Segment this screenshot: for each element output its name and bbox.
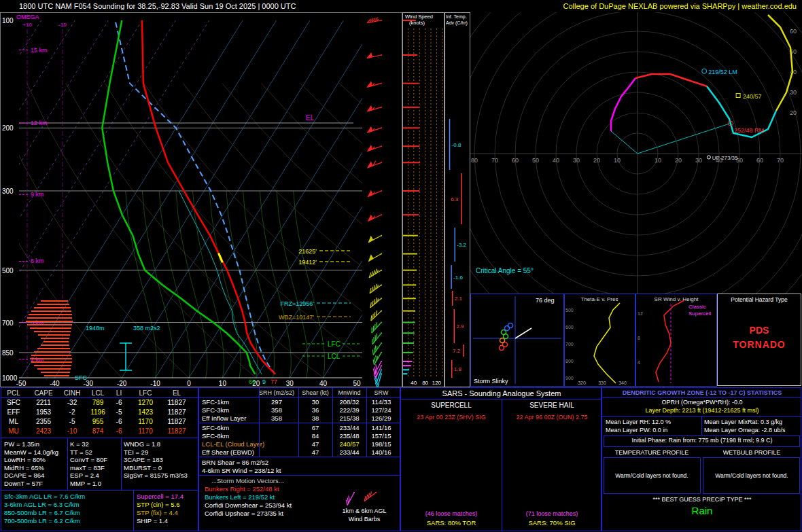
critical-angle-label: Critical Angle = 55° [476, 267, 534, 274]
thermo-cell-mu-lfc: 1170 [138, 427, 153, 435]
sfc-temp-f: 77 [271, 378, 277, 385]
hazard-title: Potential Hazard Type [718, 296, 801, 303]
thermo-cell-mu-lcl: 874 [92, 427, 104, 435]
line [372, 349, 373, 355]
line [377, 383, 379, 385]
sars-supercell-match: 23 Apr 00 23Z (SHV) SIG [417, 414, 486, 421]
divider [502, 399, 502, 531]
thermo-index: TT = 52 [70, 448, 92, 456]
v-axis-label: 60 [790, 28, 797, 35]
kinematics-srh: 358 [271, 406, 282, 414]
wind-barb [368, 161, 382, 168]
thermo-cell-mu-name: MU [8, 427, 19, 435]
skewt-grid [0, 19, 402, 385]
kinematics-mnwind: 222/39 [339, 406, 359, 414]
height-tick: 15 km [31, 47, 48, 54]
wind-barb [346, 492, 355, 506]
wind-barb [368, 190, 382, 196]
kinematics-shear: 47 [312, 440, 319, 448]
thermo-index: maxT = 83F [70, 464, 105, 472]
line [377, 356, 378, 359]
line [375, 346, 376, 351]
thermo-index: MBURST = 0 [124, 464, 162, 472]
sars-hail-match: 22 Apr 96 00Z (OUN) 2.75 [516, 414, 587, 421]
divider [366, 388, 367, 457]
circle [381, 369, 382, 370]
composite-index: SHIP = 1.4 [137, 517, 168, 525]
thermo-cell-ml-li: -6 [116, 418, 122, 425]
divider [259, 388, 260, 457]
line [369, 270, 381, 278]
kinematics-srh: 358 [271, 414, 282, 422]
storm-motion-vector: Bunkers Left = 219/52 kt [205, 493, 275, 501]
thetae-y-tick: 800 [565, 359, 574, 363]
hodograph-panel: 1010202030304040505060607070802030405060… [470, 12, 802, 294]
hodo-ring [470, 12, 802, 294]
thermo-cell-eff-lcl: 1196 [90, 408, 105, 416]
lcl-label: LCL [328, 353, 341, 360]
ring-label: 50 [532, 157, 539, 164]
circle [381, 20, 382, 21]
thermo-index: K = 32 [70, 440, 89, 448]
isotherm [0, 19, 9, 383]
thetae-x-tick: 330 [598, 380, 606, 385]
circle [381, 298, 382, 299]
kinematics-srw: 141/16 [371, 424, 391, 431]
circle [381, 270, 382, 271]
dgz-bottom-label: 19412' [298, 259, 317, 266]
sars-hail-loose: (71 loose matches) [526, 510, 578, 517]
slinky-dot [508, 323, 513, 328]
slinky-dot [500, 338, 505, 343]
thermo-cell-eff-cinh: -2 [69, 408, 75, 416]
ring-label: 40 [553, 157, 559, 164]
dry-adiabat [300, 84, 402, 385]
slinky-vector [515, 328, 531, 338]
wetbulb-zero-label: WBZ=10147' [279, 314, 314, 321]
temp-profile-text: Warm/Cold layers not found. [615, 472, 688, 479]
pressure-tick: 300 [2, 188, 14, 195]
circle [381, 361, 382, 362]
hodograph-trace [611, 78, 635, 131]
storm-motion-vector: Corfidi Upshear = 273/35 kt [205, 510, 283, 517]
hazard-panel: Potential Hazard Type PDS TORNADO [717, 294, 801, 386]
divider [67, 438, 68, 490]
sars-hail-header: SEVERE HAIL [529, 402, 574, 409]
divider [1, 438, 198, 438]
thermo-cell-mu-cinh: -10 [67, 427, 77, 435]
thermo-cell-sfc-el: 11827 [167, 399, 186, 406]
speed-axis-label: 120 [432, 380, 442, 386]
best-guess-header: *** BEST GUESS PRECIP TYPE *** [652, 496, 751, 503]
critical-angle-line [611, 131, 638, 154]
polygon [368, 236, 372, 242]
dewpoint-trace [102, 20, 255, 374]
line [347, 493, 354, 506]
thermo-cell-eff-el: 11827 [167, 408, 186, 416]
thermo-cell-sfc-cinh: -32 [67, 399, 77, 406]
brn-shear: BRN Shear = 86 m2/s2 [202, 459, 268, 466]
line [378, 298, 379, 301]
divider [121, 438, 122, 490]
rm-label: 252/48 RM [734, 127, 764, 134]
sars-hail-prob: SARS: 70% SIG [528, 519, 575, 527]
circle [381, 342, 382, 344]
polygon [368, 106, 372, 111]
wind-barb [372, 322, 382, 334]
lm-marker [702, 69, 707, 73]
dgz-title: DENDRITIC GROWTH ZONE (-12 TO -17 C) STA… [623, 389, 782, 396]
thermo-header: LCL [92, 389, 104, 397]
ring-label: 10 [614, 157, 621, 164]
circle [381, 284, 382, 285]
circle [375, 492, 377, 493]
thetae-panel: Theta-E v. Pres500600700800900320330340 [564, 294, 635, 387]
dgz-top-label: 21625' [298, 248, 317, 255]
line [377, 372, 377, 374]
dgz-pw: Mean Layer PW: 0.0 in [606, 427, 667, 433]
kinematics-header: SRW [374, 389, 389, 396]
speed-axis-label: 80 [422, 380, 428, 386]
panel-border [403, 13, 444, 387]
divider [133, 490, 134, 531]
panel-title: Wind Speed [405, 14, 433, 20]
best-guess-precip: Rain [692, 505, 713, 516]
storm-motion-vector: Corfidi Downshear = 253/94 kt [205, 501, 292, 509]
dry-adiabat [0, 84, 197, 385]
